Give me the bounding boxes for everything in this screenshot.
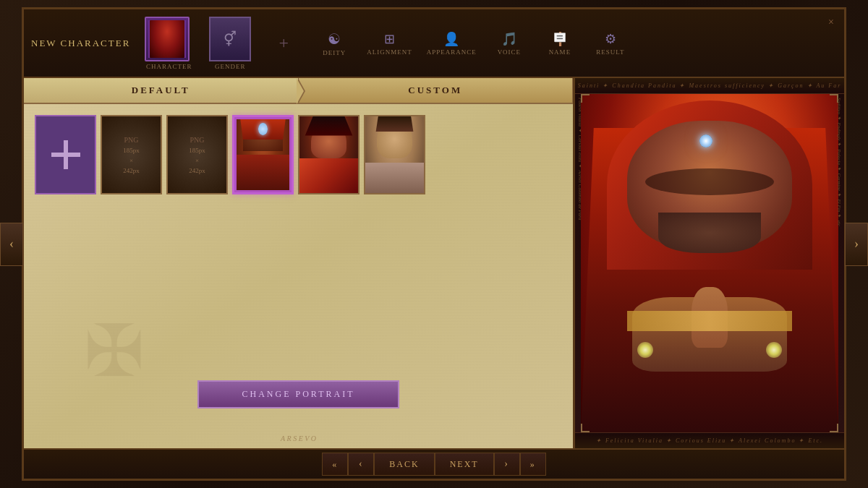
main-container: New Character CHARACTER ⚥ GENDER + bbox=[22, 7, 846, 481]
portrait-item-selected[interactable] bbox=[232, 115, 294, 194]
placeholder-1-size-y: 242px bbox=[123, 167, 140, 174]
appearance-icon: 👤 bbox=[443, 31, 459, 47]
placeholder-2-text: PNG bbox=[190, 136, 204, 144]
tab-default[interactable]: DEFAULT bbox=[24, 78, 299, 103]
add-portrait-button[interactable] bbox=[35, 115, 96, 194]
portrait-item-lady[interactable] bbox=[298, 115, 359, 194]
result-tab-label: RESULT bbox=[596, 48, 624, 56]
gender-tab-box: ⚥ bbox=[209, 17, 251, 61]
border-top-text: Sainti ✦ Chandita Pandita ✦ Maestros suf… bbox=[578, 82, 842, 89]
tab-alignment[interactable]: ⊞ ALIGNMENT bbox=[359, 27, 420, 59]
portrait-placeholder-2[interactable]: PNG 185px × 242px bbox=[166, 115, 228, 194]
left-side-arrow[interactable]: ‹ bbox=[0, 223, 23, 266]
character-tab-icon bbox=[148, 20, 186, 58]
name-icon: 🪧 bbox=[552, 31, 568, 47]
name-tab-label: NAME bbox=[549, 48, 571, 56]
character-portrait-thumb bbox=[150, 20, 184, 58]
tab-gender[interactable]: ⚥ GENDER bbox=[202, 13, 258, 74]
next-button[interactable]: NEXT bbox=[435, 453, 494, 476]
forehead-gem bbox=[699, 134, 712, 147]
appearance-tab-label: APPEARANCE bbox=[427, 48, 477, 56]
lady-clothing-sim bbox=[299, 158, 358, 193]
lady-hair-sim bbox=[302, 116, 355, 136]
portrait-placeholder-2-content: PNG 185px × 242px bbox=[168, 116, 226, 193]
portrait-canvas bbox=[581, 94, 838, 432]
frame-corner-tl bbox=[581, 94, 590, 103]
placeholder-2-size-x: × bbox=[195, 157, 199, 164]
outer-frame: ‹ › New Character CHARACTER ⚥ GENDER bbox=[0, 0, 868, 488]
portrait-placeholder-1[interactable]: PNG 185px × 242px bbox=[101, 115, 162, 194]
portrait-placeholder-1-content: PNG 185px × 242px bbox=[102, 116, 161, 193]
back-button[interactable]: BACK bbox=[374, 453, 434, 476]
default-tab-label: DEFAULT bbox=[132, 85, 190, 96]
portrait-lady-img bbox=[299, 116, 358, 193]
tab-add[interactable]: + bbox=[258, 30, 309, 56]
gender-tab-label: GENDER bbox=[215, 63, 246, 70]
figure-robe-bottom bbox=[234, 155, 292, 192]
tab-character[interactable]: CHARACTER bbox=[137, 13, 200, 74]
placeholder-1-size: 185px bbox=[123, 147, 140, 154]
right-panel-border-bottom: ✦ Felicita Vitalia ✦ Corious Elizu ✦ Ale… bbox=[575, 432, 844, 448]
bracelet bbox=[627, 311, 792, 331]
prev-double-button[interactable]: « bbox=[322, 453, 348, 476]
change-portrait-button[interactable]: CHANGE PORTRAIT bbox=[197, 380, 400, 408]
portrait-youth-img bbox=[365, 116, 424, 193]
voice-tab-label: VOICE bbox=[498, 48, 522, 56]
tab-appearance[interactable]: 👤 APPEARANCE bbox=[420, 27, 484, 59]
deity-tab-label: DEITY bbox=[323, 49, 346, 56]
close-button[interactable]: × bbox=[824, 15, 838, 30]
eye-shadow bbox=[645, 168, 774, 195]
top-nav: New Character CHARACTER ⚥ GENDER + bbox=[24, 9, 844, 78]
nav-title: New Character bbox=[31, 38, 130, 49]
next-arrow-button[interactable]: › bbox=[494, 453, 520, 476]
placeholder-2-size: 185px bbox=[189, 147, 205, 154]
right-panel-border-top: Sainti ✦ Chandita Pandita ✦ Maestros suf… bbox=[575, 78, 844, 94]
portrait-robed-woman bbox=[234, 117, 292, 192]
ring-glow-right bbox=[766, 342, 782, 358]
alignment-tab-label: ALIGNMENT bbox=[367, 48, 412, 56]
add-portrait-icon bbox=[51, 140, 80, 169]
placeholder-2-size-y: 242px bbox=[189, 167, 205, 174]
prev-button[interactable]: ‹ bbox=[348, 453, 374, 476]
tab-name[interactable]: 🪧 NAME bbox=[535, 27, 585, 59]
portrait-preview bbox=[581, 94, 838, 432]
vertical-text-right: Saditiyo ✦ Endingly ✦ Palacia ✦ Carmine … bbox=[834, 94, 844, 432]
right-side-arrow[interactable]: › bbox=[845, 223, 868, 266]
portrait-item-youth[interactable] bbox=[364, 115, 425, 194]
voice-icon: 🎵 bbox=[501, 31, 517, 47]
placeholder-1-size-x: × bbox=[129, 157, 133, 164]
gender-icon: ⚥ bbox=[224, 30, 237, 48]
left-panel: DEFAULT CUSTOM bbox=[24, 78, 573, 448]
watermark: ✠ bbox=[60, 296, 169, 405]
tab-custom[interactable]: CUSTOM bbox=[299, 78, 574, 103]
youth-hair-sim bbox=[371, 116, 418, 132]
figure-gem-sim bbox=[258, 123, 268, 135]
next-double-button[interactable]: » bbox=[520, 453, 546, 476]
deity-icon: ☯ bbox=[328, 30, 341, 48]
frame-corner-bl bbox=[581, 424, 590, 432]
tab-result[interactable]: ⚙ RESULT bbox=[585, 27, 636, 59]
portrait-grid: PNG 185px × 242px PNG 185px × 242px bbox=[24, 104, 573, 205]
add-icon: + bbox=[279, 33, 289, 53]
change-portrait-label: CHANGE PORTRAIT bbox=[242, 389, 355, 399]
content-area: DEFAULT CUSTOM bbox=[24, 78, 844, 448]
result-icon: ⚙ bbox=[605, 31, 616, 47]
tab-deity[interactable]: ☯ DEITY bbox=[309, 27, 359, 60]
character-tab-label: CHARACTER bbox=[146, 63, 192, 70]
alignment-icon: ⊞ bbox=[384, 31, 395, 47]
youth-body-sim bbox=[365, 163, 424, 193]
tab-voice[interactable]: 🎵 VOICE bbox=[484, 27, 535, 59]
custom-tab-label: CUSTOM bbox=[408, 85, 462, 96]
bottom-nav: « ‹ BACK NEXT › » bbox=[24, 448, 844, 479]
decorative-bottom-text: A R S E V O bbox=[281, 435, 316, 442]
beard bbox=[658, 213, 761, 253]
tab-arrow-fill bbox=[297, 78, 304, 104]
border-bottom-text: ✦ Felicita Vitalia ✦ Corious Elizu ✦ Ale… bbox=[596, 437, 823, 444]
right-panel: Sainti ✦ Chandita Pandita ✦ Maestros suf… bbox=[573, 78, 844, 448]
placeholder-1-text: PNG bbox=[124, 136, 138, 144]
portrait-tabs: DEFAULT CUSTOM bbox=[24, 78, 573, 104]
